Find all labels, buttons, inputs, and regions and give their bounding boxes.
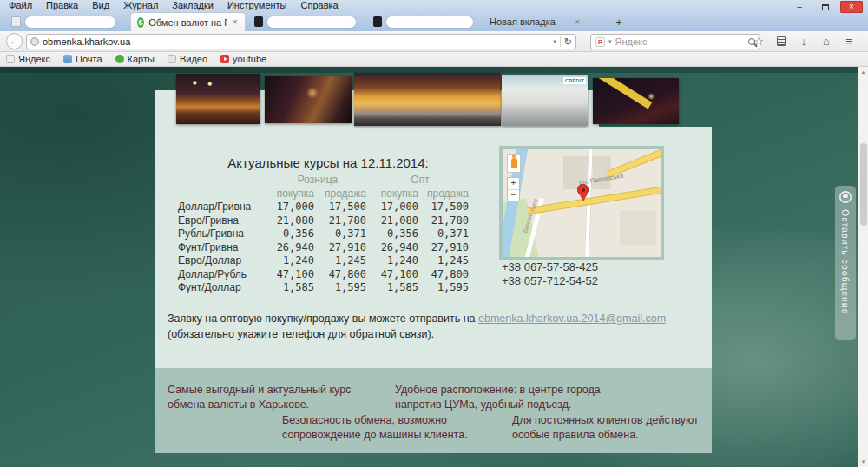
feature-best-rate: Самые выгодный и актуальный курсобмена в…: [168, 383, 351, 411]
tab-1-title: [25, 16, 115, 28]
scroll-down-icon[interactable]: ▾: [858, 458, 868, 465]
photo-exchange-night-2[interactable]: [265, 76, 352, 123]
bookmark-youtube[interactable]: youtube: [220, 54, 266, 64]
globe-icon: [30, 37, 39, 46]
rate-value: 47,100: [369, 268, 421, 282]
pair-label: Рубль/Гривна: [178, 227, 266, 241]
menu-help[interactable]: Справка: [294, 0, 345, 12]
rate-value: 47,800: [317, 268, 369, 282]
rate-value: 47,100: [266, 268, 317, 282]
rate-value: 27,910: [317, 241, 369, 255]
menu-bookmarks[interactable]: Закладки: [165, 0, 220, 12]
col-header: покупка: [369, 187, 421, 201]
maximize-icon: [822, 4, 829, 10]
rate-value: 27,910: [421, 241, 471, 255]
tab-4[interactable]: [367, 12, 482, 31]
rate-value: 1,240: [369, 254, 421, 268]
rates-table: Розница Опт покупка продажа покупка прод…: [178, 174, 471, 295]
tab-strip: $ Обмен валют на Розы Л... × Новая вклад…: [0, 12, 868, 31]
tab-3-title: [267, 16, 356, 28]
photo-exchange-night-1[interactable]: [176, 74, 260, 124]
tab-1[interactable]: [5, 12, 128, 31]
yandex-engine-icon[interactable]: Я: [595, 37, 605, 47]
group-header-wholesale: Опт: [369, 174, 471, 187]
map-zoom-control: + −: [507, 177, 520, 201]
zoom-out-button[interactable]: −: [508, 189, 519, 201]
menu-tools[interactable]: Инструменты: [220, 0, 294, 12]
bookmark-maps[interactable]: Карты: [115, 54, 155, 64]
tab-3[interactable]: [248, 12, 364, 31]
navigation-toolbar: ← obmenka.kharkov.ua ▾ ↻ Я ▾ Яндекс ☆ ↓ …: [0, 31, 868, 52]
zoom-in-button[interactable]: +: [508, 178, 519, 189]
url-text[interactable]: obmenka.kharkov.ua: [43, 36, 549, 47]
open-new-tab-button[interactable]: +: [609, 15, 628, 30]
tab-close-icon[interactable]: ×: [574, 17, 581, 27]
pair-label: Фунт/Доллар: [178, 281, 266, 295]
dollar-favicon-icon: $: [137, 17, 144, 28]
rate-value: 21,080: [266, 214, 317, 228]
downloads-icon[interactable]: ↓: [797, 34, 811, 49]
rate-value: 1,245: [317, 254, 369, 268]
pegman-control[interactable]: [507, 154, 521, 173]
rate-value: 26,940: [266, 241, 317, 255]
location-map[interactable]: пл. Павлівська Банний пров + −: [499, 146, 664, 260]
rate-value: 47,800: [421, 268, 471, 282]
youtube-play-icon: [220, 55, 229, 63]
scroll-up-icon[interactable]: ▴: [858, 69, 868, 76]
rate-value: 21,080: [369, 214, 421, 228]
feature-security: Безопасность обмена, возможносопровожден…: [282, 413, 468, 442]
toolbar-icons: ☆ ↓ ⌂ ≡: [752, 34, 856, 49]
address-bar[interactable]: obmenka.kharkov.ua ▾ ↻: [26, 34, 576, 49]
rate-value: 1,595: [317, 281, 369, 295]
photo-exchange-building-wide[interactable]: [354, 73, 501, 126]
history-dropdown-icon[interactable]: ▾: [553, 38, 556, 45]
active-tab-title: Обмен валют на Розы Л...: [148, 17, 227, 28]
email-link[interactable]: obmenka.kharkov.ua.2014@gmail.com: [478, 312, 666, 325]
search-bar[interactable]: Я ▾ Яндекс: [590, 34, 760, 49]
map-building: [620, 210, 656, 245]
rates-title: Актуальные курсы на 12.11.2014:: [168, 155, 489, 170]
scrollbar-thumb[interactable]: [860, 143, 867, 226]
photo-exchange-night-3[interactable]: [593, 78, 679, 124]
bookmarks-panel-icon[interactable]: [774, 34, 788, 49]
pair-label: Евро/Доллар: [178, 254, 266, 268]
tab-active-obmenka[interactable]: $ Обмен валют на Розы Л... ×: [130, 12, 246, 31]
rate-value: 0,356: [369, 227, 421, 241]
feature-location: Удобное расположение: в центре городанап…: [395, 383, 601, 411]
close-window-button[interactable]: ×: [840, 1, 863, 13]
bookmark-mail[interactable]: Почта: [63, 54, 102, 64]
rate-value: 1,595: [421, 281, 471, 295]
maximize-button[interactable]: [814, 1, 837, 13]
rate-value: 17,500: [421, 201, 471, 214]
leave-message-tab[interactable]: Оставить сообщение: [835, 186, 856, 340]
tab-close-icon[interactable]: ×: [232, 17, 239, 27]
dark-favicon-icon: [373, 16, 382, 27]
menu-file[interactable]: Файл: [2, 0, 39, 12]
menu-bar: Файл Правка Вид Журнал Закладки Инструме…: [2, 0, 345, 12]
rate-value: 1,240: [266, 254, 317, 268]
bookmark-yandex[interactable]: Яндекс: [6, 54, 50, 64]
mail-icon: [63, 55, 72, 63]
bookmark-video[interactable]: Видео: [168, 54, 207, 64]
rate-value: 21,780: [421, 214, 471, 228]
browser-window: Файл Правка Вид Журнал Закладки Инструме…: [0, 0, 868, 467]
col-header: покупка: [266, 187, 317, 201]
rate-value: 0,371: [421, 227, 471, 241]
bookmark-star-icon[interactable]: ☆: [752, 34, 766, 49]
engine-dropdown-icon[interactable]: ▾: [608, 38, 612, 45]
back-button[interactable]: ←: [6, 33, 23, 49]
tab-new[interactable]: Новая вкладка ×: [483, 12, 602, 31]
reload-button[interactable]: ↻: [564, 36, 572, 48]
hamburger-menu-icon[interactable]: ≡: [842, 34, 856, 49]
menu-view[interactable]: Вид: [85, 0, 116, 12]
minimize-button[interactable]: –: [788, 1, 811, 13]
window-controls: – ×: [788, 1, 863, 13]
photo-exchange-day[interactable]: CRÉDIT: [502, 75, 588, 126]
rate-value: 17,500: [317, 201, 369, 214]
home-icon[interactable]: ⌂: [819, 34, 833, 49]
menu-history[interactable]: Журнал: [116, 0, 165, 12]
menu-edit[interactable]: Правка: [39, 0, 85, 12]
pair-label: Доллар/Рубль: [178, 268, 266, 282]
search-input[interactable]: Яндекс: [615, 36, 745, 47]
page-scrollbar[interactable]: ▴ ▾: [858, 67, 868, 467]
